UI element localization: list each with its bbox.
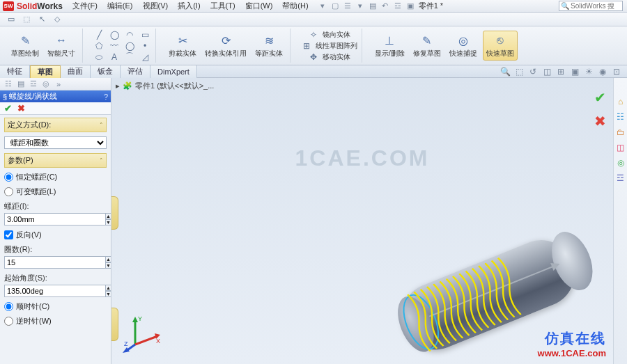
slot-icon[interactable]: ⬭ (93, 52, 105, 63)
rebuild-icon[interactable]: ▣ (405, 1, 416, 12)
revolutions-input[interactable] (4, 256, 106, 269)
circle-icon[interactable]: ◯ (108, 29, 121, 40)
rev-down-icon[interactable]: ▼ (106, 262, 111, 269)
display-button[interactable]: ⊥显示/删除 (372, 31, 408, 60)
exit-sketch-icon: ⎋ (493, 33, 508, 48)
point-icon[interactable]: • (139, 40, 151, 52)
more-icon[interactable]: » (53, 79, 64, 90)
ang-down-icon[interactable]: ▼ (106, 291, 111, 297)
rect-icon[interactable]: ▭ (139, 29, 151, 40)
repair-button[interactable]: ✎修复草图 (410, 31, 444, 60)
feature-tree-icon[interactable]: ☷ (3, 79, 14, 90)
graphics-viewport[interactable]: ▸ 🧩 零件1 (默认<<默认>_... ✔ ✖ 1CAE.COM /*plac… (111, 78, 613, 364)
trim-button[interactable]: ✂剪裁实体 (166, 31, 199, 60)
search-input[interactable] (571, 1, 621, 10)
resources-icon[interactable]: ⌂ (615, 96, 626, 107)
pattern-icon[interactable]: ⊞ (300, 40, 313, 52)
offset-icon: ≋ (261, 33, 277, 48)
open-icon[interactable]: ☰ (342, 1, 353, 12)
appearances-icon[interactable]: ◎ (615, 157, 626, 168)
view-orient-icon[interactable]: ⊞ (555, 66, 567, 77)
menu-view[interactable]: 视图(V) (139, 0, 173, 12)
select-icon[interactable]: ▭ (6, 14, 17, 25)
constant-pitch-radio[interactable]: 恒定螺距(C) (4, 172, 107, 182)
menu-file[interactable]: 文件(F) (68, 0, 102, 12)
spline-icon[interactable]: 〰 (108, 40, 121, 52)
zoom-fit-icon[interactable]: 🔍 (499, 66, 511, 77)
ok-button[interactable]: ✔ (4, 103, 12, 113)
custom-props-icon[interactable]: ☲ (615, 173, 626, 184)
poly-icon[interactable]: ⬠ (93, 40, 105, 52)
sketch-button[interactable]: ✎草图绘制 (8, 31, 42, 60)
corner-ok-icon[interactable]: ✔ (594, 89, 606, 106)
appearance-icon[interactable]: ◉ (596, 66, 609, 77)
print-icon[interactable]: ▤ (367, 1, 378, 12)
prev-view-icon[interactable]: ↺ (527, 66, 539, 77)
start-angle-input[interactable] (4, 285, 106, 297)
convert-button[interactable]: ⟳转换实体引用 (202, 31, 249, 60)
dropdown-icon[interactable]: ▾ (317, 1, 328, 12)
chamfer-icon[interactable]: ◿ (139, 52, 151, 63)
menu-edit[interactable]: 编辑(E) (103, 0, 137, 12)
offset-button[interactable]: ≋等距实体 (252, 31, 286, 60)
design-library-icon[interactable]: ☷ (615, 111, 626, 122)
section-icon[interactable]: ◫ (541, 66, 553, 77)
tab-surface[interactable]: 曲面 (61, 65, 91, 78)
search-box[interactable]: 🔍 (559, 1, 623, 11)
pitch-down-icon[interactable]: ▼ (106, 219, 111, 225)
define-by-header[interactable]: 定义方式(D):˄ (4, 118, 107, 132)
tab-evaluate[interactable]: 评估 (121, 65, 150, 78)
tab-feature[interactable]: 特征 (0, 65, 30, 78)
cancel-button[interactable]: ✖ (17, 103, 25, 113)
expand-icon[interactable]: ▸ (116, 81, 120, 90)
hide-show-icon[interactable]: ☀ (582, 66, 595, 77)
view-palette-icon[interactable]: ◫ (615, 142, 626, 153)
define-by-select[interactable]: 螺距和圈数 (4, 136, 107, 149)
tab-dimxpert[interactable]: DimXpert (150, 65, 197, 78)
flyout-handle[interactable] (111, 196, 118, 230)
move-icon[interactable]: ✥ (307, 52, 320, 63)
params-header[interactable]: 参数(P)˄ (4, 153, 107, 168)
sketch-select-icon[interactable]: ⬚ (21, 14, 32, 25)
smart-dim-button[interactable]: ↔智能尺寸 (45, 31, 78, 60)
scene-icon[interactable]: ⊡ (610, 66, 623, 77)
save-icon[interactable]: ▾ (355, 1, 366, 12)
display-style-icon[interactable]: ▣ (568, 66, 581, 77)
mirror-icon[interactable]: ✧ (307, 29, 320, 40)
fm-breadcrumb[interactable]: ▸ 🧩 零件1 (默认<<默认>_... (116, 81, 214, 91)
clockwise-radio[interactable]: 顺时针(C) (4, 301, 107, 312)
plane-icon[interactable]: ◇ (52, 14, 63, 25)
tab-sheet[interactable]: 钣金 (91, 65, 121, 78)
menu-insert[interactable]: 插入(I) (173, 0, 204, 12)
rev-up-icon[interactable]: ▲ (106, 256, 111, 262)
options-icon[interactable]: ☲ (392, 1, 403, 12)
new-icon[interactable]: ▢ (330, 1, 341, 12)
pm-icon[interactable]: ▤ (15, 79, 26, 90)
display-mgr-icon[interactable]: ◎ (40, 79, 52, 90)
line-icon[interactable]: ╱ (93, 29, 105, 40)
menu-window[interactable]: 窗口(W) (241, 0, 277, 12)
cursor-icon[interactable]: ↖ (36, 14, 47, 25)
pitch-input[interactable] (4, 213, 106, 225)
counterclockwise-radio[interactable]: 逆时针(W) (4, 316, 107, 326)
ang-up-icon[interactable]: ▲ (106, 285, 111, 291)
corner-cancel-icon[interactable]: ✖ (594, 113, 606, 129)
text-icon[interactable]: A (108, 52, 121, 63)
zoom-area-icon[interactable]: ⬚ (513, 66, 525, 77)
quick-snap-button[interactable]: ◎快速捕捉 (447, 31, 480, 60)
menu-tools[interactable]: 工具(T) (206, 0, 240, 12)
fillet-icon[interactable]: ⌒ (123, 52, 136, 63)
file-explorer-icon[interactable]: 🗀 (615, 127, 626, 138)
pm-help-icon[interactable]: ? (104, 93, 108, 101)
exit-sketch-button[interactable]: ⎋快速草图 (483, 31, 518, 61)
reverse-check[interactable]: 反向(V) (4, 230, 107, 240)
ellipse-icon[interactable]: ◯ (123, 40, 136, 52)
flyout-handle-2[interactable] (111, 308, 118, 341)
undo-icon[interactable]: ↶ (380, 1, 391, 12)
menu-help[interactable]: 帮助(H) (278, 0, 312, 12)
config-icon[interactable]: ☲ (28, 79, 39, 90)
pitch-up-icon[interactable]: ▲ (106, 213, 111, 219)
tab-sketch[interactable]: 草图 (30, 65, 61, 78)
variable-pitch-radio[interactable]: 可变螺距(L) (4, 187, 107, 197)
arc-icon[interactable]: ◠ (123, 29, 136, 40)
